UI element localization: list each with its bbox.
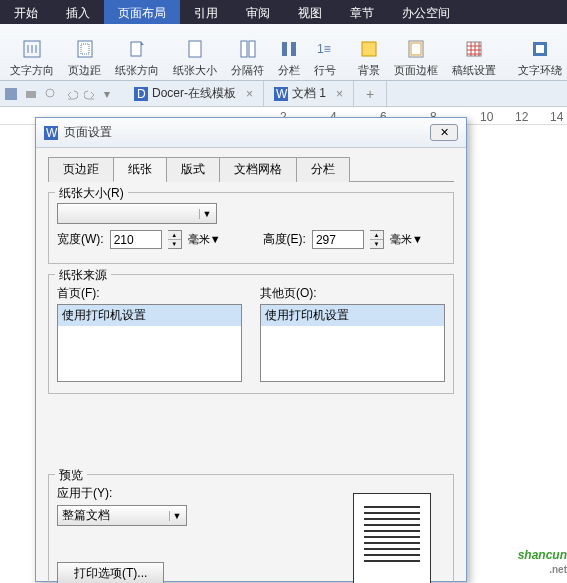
menu-bar: 开始 插入 页面布局 引用 审阅 视图 章节 办公空间 (0, 0, 567, 24)
svg-rect-15 (536, 45, 544, 53)
page-setup-dialog: W 页面设置 ✕ 页边距 纸张 版式 文档网格 分栏 纸张大小(R) ▼ 宽度(… (35, 117, 467, 582)
tab-layout[interactable]: 版式 (166, 157, 220, 182)
print-icon[interactable] (24, 87, 38, 101)
background-icon (358, 38, 380, 60)
svg-text:1≡: 1≡ (317, 42, 331, 56)
tab-margins[interactable]: 页边距 (48, 157, 114, 182)
apply-to-combo[interactable]: 整篇文档 ▼ (57, 505, 187, 526)
width-label: 宽度(W): (57, 231, 104, 248)
height-label: 高度(E): (263, 231, 306, 248)
dialog-title: 页面设置 (64, 124, 112, 141)
height-unit[interactable]: 毫米▼ (390, 232, 423, 247)
chevron-down-icon: ▼ (169, 511, 184, 521)
svg-rect-8 (291, 42, 296, 56)
svg-text:D: D (137, 87, 146, 101)
other-pages-label: 其他页(O): (260, 285, 445, 302)
menu-item[interactable]: 审阅 (232, 0, 284, 24)
close-icon[interactable]: × (246, 87, 253, 101)
width-unit[interactable]: 毫米▼ (188, 232, 221, 247)
chevron-down-icon: ▼ (199, 209, 214, 219)
doc-icon: W (274, 87, 288, 101)
ribbon-columns[interactable]: 分栏 (272, 26, 306, 78)
first-page-listbox[interactable]: 使用打印机设置 (57, 304, 242, 382)
ribbon-text-direction[interactable]: 文字方向 (4, 26, 60, 78)
menu-item-active[interactable]: 页面布局 (104, 0, 180, 24)
document-tabs: D Docer-在线模板 × W 文档 1 × + (124, 81, 387, 107)
page-preview (353, 493, 431, 583)
margins-icon (74, 38, 96, 60)
orientation-icon (126, 38, 148, 60)
list-item[interactable]: 使用打印机设置 (261, 305, 444, 326)
print-options-button[interactable]: 打印选项(T)... (57, 562, 164, 583)
ribbon-breaks[interactable]: 分隔符 (225, 26, 270, 78)
group-label: 预览 (55, 467, 87, 484)
other-pages-listbox[interactable]: 使用打印机设置 (260, 304, 445, 382)
tab-document[interactable]: W 文档 1 × (264, 81, 354, 107)
tab-paper[interactable]: 纸张 (113, 157, 167, 182)
docer-icon: D (134, 87, 148, 101)
new-tab-button[interactable]: + (354, 81, 387, 107)
ribbon: 文字方向 页边距 纸张方向 纸张大小 分隔符 分栏 1≡行号 背景 页面边框 稿… (0, 24, 567, 81)
watermark: shancun.net (518, 543, 567, 575)
svg-rect-1 (78, 41, 92, 57)
size-icon (184, 38, 206, 60)
line-numbers-icon: 1≡ (314, 38, 336, 60)
svg-rect-5 (241, 41, 247, 57)
width-input[interactable] (110, 230, 162, 249)
tab-columns[interactable]: 分栏 (296, 157, 350, 182)
dropdown-icon[interactable]: ▾ (104, 87, 110, 101)
quick-access-toolbar: ▾ D Docer-在线模板 × W 文档 1 × + (0, 81, 567, 107)
save-icon[interactable] (4, 87, 18, 101)
svg-rect-7 (282, 42, 287, 56)
menu-item[interactable]: 视图 (284, 0, 336, 24)
text-direction-icon (21, 38, 43, 60)
ribbon-text-wrap[interactable]: 文字环绕 (512, 26, 567, 78)
svg-rect-3 (131, 42, 141, 56)
ribbon-page-border[interactable]: 页面边框 (388, 26, 444, 78)
redo-icon[interactable] (84, 87, 98, 101)
dialog-tabs: 页边距 纸张 版式 文档网格 分栏 (48, 156, 454, 182)
first-page-label: 首页(F): (57, 285, 242, 302)
letter-paper-icon (463, 38, 485, 60)
menu-item[interactable]: 引用 (180, 0, 232, 24)
undo-icon[interactable] (64, 87, 78, 101)
columns-icon (278, 38, 300, 60)
ribbon-letter-paper[interactable]: 稿纸设置 (446, 26, 502, 78)
close-icon[interactable]: × (336, 87, 343, 101)
group-label: 纸张大小(R) (55, 185, 128, 202)
ribbon-margins[interactable]: 页边距 (62, 26, 107, 78)
menu-item[interactable]: 开始 (0, 0, 52, 24)
app-icon: W (44, 126, 58, 140)
height-input[interactable] (312, 230, 364, 249)
ribbon-orientation[interactable]: 纸张方向 (109, 26, 165, 78)
svg-text:W: W (276, 87, 288, 101)
menu-item[interactable]: 插入 (52, 0, 104, 24)
paper-size-combo[interactable]: ▼ (57, 203, 217, 224)
paper-size-group: 纸张大小(R) ▼ 宽度(W): ▲▼ 毫米▼ 高度(E): ▲▼ 毫米▼ (48, 192, 454, 264)
menu-item[interactable]: 章节 (336, 0, 388, 24)
list-item[interactable]: 使用打印机设置 (58, 305, 241, 326)
close-button[interactable]: ✕ (430, 124, 458, 141)
ribbon-size[interactable]: 纸张大小 (167, 26, 223, 78)
height-spinner[interactable]: ▲▼ (370, 230, 384, 249)
preview-group: 预览 应用于(Y): 整篇文档 ▼ 打印选项(T)... (48, 474, 454, 583)
text-wrap-icon (529, 38, 551, 60)
svg-rect-16 (5, 88, 17, 100)
group-label: 纸张来源 (55, 267, 111, 284)
tab-docer[interactable]: D Docer-在线模板 × (124, 81, 264, 107)
svg-rect-17 (26, 91, 36, 98)
tab-grid[interactable]: 文档网格 (219, 157, 297, 182)
page-border-icon (405, 38, 427, 60)
width-spinner[interactable]: ▲▼ (168, 230, 182, 249)
ribbon-background[interactable]: 背景 (352, 26, 386, 78)
preview-icon[interactable] (44, 87, 58, 101)
svg-rect-10 (362, 42, 376, 56)
svg-point-18 (46, 89, 54, 97)
paper-source-group: 纸张来源 首页(F): 使用打印机设置 其他页(O): 使用打印机设置 (48, 274, 454, 394)
ribbon-line-numbers[interactable]: 1≡行号 (308, 26, 342, 78)
menu-item[interactable]: 办公空间 (388, 0, 464, 24)
svg-rect-4 (189, 41, 201, 57)
dialog-titlebar: W 页面设置 ✕ (36, 118, 466, 148)
svg-rect-6 (249, 41, 255, 57)
breaks-icon (237, 38, 259, 60)
